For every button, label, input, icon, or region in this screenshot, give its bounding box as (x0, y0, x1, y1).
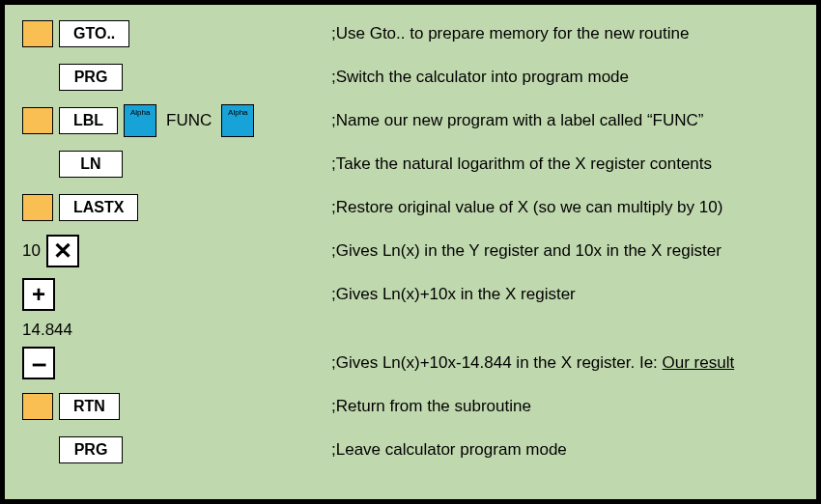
step-comment: ;Switch the calculator into program mode (331, 68, 629, 87)
step-comment: ;Gives Ln(x) in the Y register and 10x i… (331, 241, 722, 261)
lastx-key: LASTX (59, 194, 138, 221)
shift-key (22, 194, 53, 221)
step-row: GTO.. ;Use Gto.. to prepare memory for t… (22, 14, 799, 53)
step-comment: ;Leave calculator program mode (331, 440, 567, 460)
key-sequence: 10 ✕ (22, 235, 331, 267)
key-sequence: PRG (22, 64, 331, 91)
ln-key: LN (59, 151, 123, 178)
prg-key: PRG (59, 436, 123, 463)
alpha-key: Alpha (124, 104, 156, 137)
plus-key: + (22, 278, 55, 311)
program-listing-frame: GTO.. ;Use Gto.. to prepare memory for t… (0, 0, 821, 504)
gto-key: GTO.. (59, 20, 129, 47)
step-row: LN ;Take the natural logarithm of the X … (22, 145, 799, 183)
step-row: LBL Alpha FUNC Alpha ;Name our new progr… (22, 101, 799, 140)
step-row: 14.844 (22, 319, 799, 342)
step-row: LASTX ;Restore original value of X (so w… (22, 188, 799, 227)
numeric-entry: 10 (22, 241, 41, 261)
minus-key: ‒ (22, 347, 55, 379)
step-row: + ;Gives Ln(x)+10x in the X register (22, 275, 799, 314)
shift-key (22, 393, 53, 420)
step-row: RTN ;Return from the subroutine (22, 387, 799, 426)
func-label: FUNC (162, 111, 215, 130)
step-comment: ;Return from the subroutine (331, 397, 531, 416)
key-sequence: LN (22, 151, 331, 178)
multiply-key: ✕ (46, 235, 79, 267)
step-row: PRG ;Leave calculator program mode (22, 431, 799, 469)
numeric-entry: 14.844 (22, 321, 72, 340)
key-sequence: ‒ (22, 347, 331, 379)
shift-key (22, 107, 53, 134)
shift-key (22, 20, 53, 47)
key-sequence: LBL Alpha FUNC Alpha (22, 104, 331, 137)
step-row: 10 ✕ ;Gives Ln(x) in the Y register and … (22, 232, 799, 270)
key-sequence: + (22, 278, 331, 311)
step-comment: ;Take the natural logarithm of the X reg… (331, 154, 712, 174)
key-sequence: LASTX (22, 194, 331, 221)
key-sequence: 14.844 (22, 321, 331, 340)
step-comment: ;Gives Ln(x)+10x in the X register (331, 285, 576, 304)
step-row: ‒ ;Gives Ln(x)+10x-14.844 in the X regis… (22, 344, 799, 382)
key-sequence: GTO.. (22, 20, 331, 47)
alpha-key: Alpha (221, 104, 254, 137)
rtn-key: RTN (59, 393, 120, 420)
step-comment: ;Use Gto.. to prepare memory for the new… (331, 24, 689, 43)
step-comment: ;Name our new program with a label calle… (331, 111, 703, 130)
step-row: PRG ;Switch the calculator into program … (22, 58, 799, 97)
lbl-key: LBL (59, 107, 118, 134)
key-sequence: PRG (22, 436, 331, 463)
comment-emphasis: Our result (663, 353, 735, 372)
key-sequence: RTN (22, 393, 331, 420)
comment-text: ;Gives Ln(x)+10x-14.844 in the X registe… (331, 353, 663, 372)
prg-key: PRG (59, 64, 123, 91)
step-comment: ;Restore original value of X (so we can … (331, 198, 722, 217)
step-comment: ;Gives Ln(x)+10x-14.844 in the X registe… (331, 353, 734, 373)
